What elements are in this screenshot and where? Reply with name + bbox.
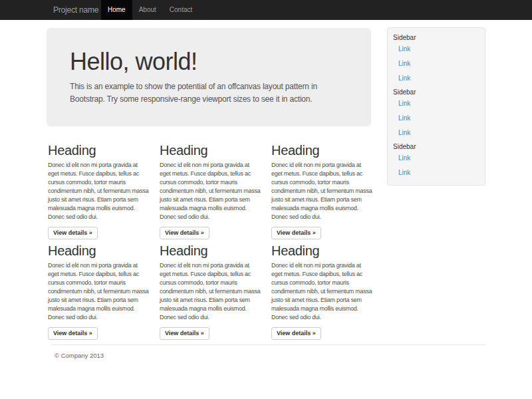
sidebar-group-title: Sidebar xyxy=(388,143,485,151)
sidebar-group: Sidebar Link Link Link xyxy=(388,34,485,86)
sidebar-group-title: Sidebar xyxy=(388,88,485,96)
card-body-text: Donec id elit non mi porta gravida at eg… xyxy=(48,161,149,221)
nav-item-about[interactable]: About xyxy=(132,0,163,20)
jumbotron-title: Hello, world! xyxy=(70,49,348,75)
card-heading: Heading xyxy=(48,243,153,259)
sidebar: Sidebar Link Link Link Sidebar Link Link… xyxy=(387,27,485,186)
card-body-text: Donec id elit non mi porta gravida at eg… xyxy=(48,261,149,322)
view-details-button[interactable]: View details » xyxy=(271,327,321,340)
navbar: Project name Home About Contact xyxy=(0,0,532,20)
card-heading: Heading xyxy=(48,142,153,158)
sidebar-link[interactable]: Link xyxy=(388,71,485,86)
card-heading: Heading xyxy=(271,142,376,158)
card-body-text: Donec id elit non mi porta gravida at eg… xyxy=(160,261,261,322)
view-details-button[interactable]: View details » xyxy=(48,227,98,239)
sidebar-link[interactable]: Link xyxy=(388,96,485,111)
card: Heading Donec id elit non mi porta gravi… xyxy=(160,243,265,340)
card: Heading Donec id elit non mi porta gravi… xyxy=(48,243,153,340)
sidebar-group: Sidebar Link Link xyxy=(388,143,485,180)
card: Heading Donec id elit non mi porta gravi… xyxy=(271,243,376,340)
navbar-brand[interactable]: Project name xyxy=(53,0,98,20)
sidebar-link[interactable]: Link xyxy=(388,166,485,180)
footer-copyright: © Company 2013 xyxy=(55,352,104,359)
card: Heading Donec id elit non mi porta gravi… xyxy=(48,142,153,239)
card: Heading Donec id elit non mi porta gravi… xyxy=(271,142,376,239)
sidebar-link[interactable]: Link xyxy=(388,111,485,126)
view-details-button[interactable]: View details » xyxy=(160,227,209,239)
sidebar-group-title: Sidebar xyxy=(388,34,485,42)
nav-item-home[interactable]: Home xyxy=(101,0,132,20)
card-heading: Heading xyxy=(160,243,265,259)
jumbotron-description: This is an example to show the potential… xyxy=(70,80,348,106)
view-details-button[interactable]: View details » xyxy=(160,327,209,340)
card-heading: Heading xyxy=(271,243,376,259)
footer-divider xyxy=(52,344,485,345)
card-body-text: Donec id elit non mi porta gravida at eg… xyxy=(160,161,261,221)
view-details-button[interactable]: View details » xyxy=(48,327,98,340)
sidebar-group: Sidebar Link Link Link xyxy=(388,88,485,140)
card-heading: Heading xyxy=(160,142,265,158)
view-details-button[interactable]: View details » xyxy=(271,227,321,239)
jumbotron: Hello, world! This is an example to show… xyxy=(47,28,371,126)
navbar-menu: Home About Contact xyxy=(101,0,199,20)
card-body-text: Donec id elit non mi porta gravida at eg… xyxy=(271,161,372,221)
sidebar-link[interactable]: Link xyxy=(388,151,485,166)
card: Heading Donec id elit non mi porta gravi… xyxy=(160,142,265,239)
sidebar-link[interactable]: Link xyxy=(388,42,485,57)
sidebar-link[interactable]: Link xyxy=(388,57,485,71)
sidebar-link[interactable]: Link xyxy=(388,126,485,140)
card-body-text: Donec id elit non mi porta gravida at eg… xyxy=(271,261,372,322)
nav-item-contact[interactable]: Contact xyxy=(163,0,199,20)
